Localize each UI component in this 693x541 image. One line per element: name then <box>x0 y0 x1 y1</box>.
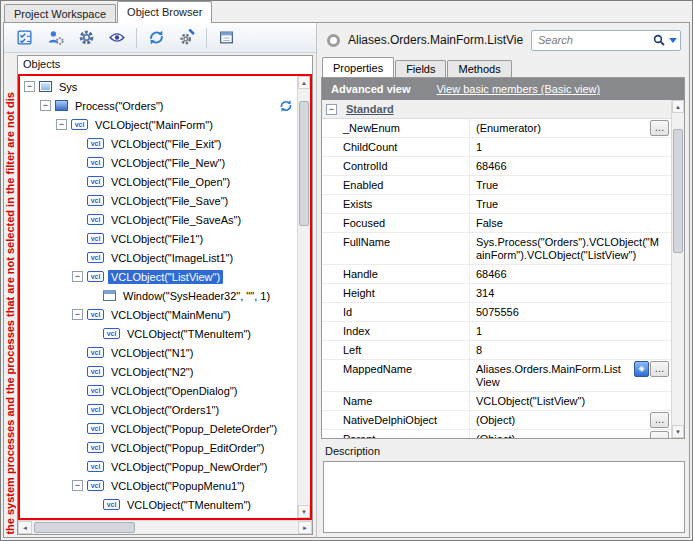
search-icon[interactable] <box>652 33 666 47</box>
tab-methods[interactable]: Methods <box>447 60 511 77</box>
map-button[interactable]: ◈ <box>634 361 649 377</box>
tree-node[interactable]: − vcl VCLObject("File_Save") <box>20 191 297 210</box>
tree-node[interactable]: − vcl VCLObject("MainMenu") <box>20 305 297 324</box>
scroll-up-arrow-icon[interactable]: ▲ <box>298 76 310 89</box>
search-dropdown-icon[interactable] <box>669 38 677 47</box>
tree-node[interactable]: − vcl VCLObject("File_New") <box>20 153 297 172</box>
tab-fields[interactable]: Fields <box>395 60 446 77</box>
expander-icon[interactable]: − <box>72 271 83 282</box>
property-row[interactable]: ChildCount 1 <box>322 138 671 157</box>
property-row[interactable]: Name VCLObject("ListView") <box>322 392 671 411</box>
property-row[interactable]: NativeDelphiObject (Object) … <box>322 411 671 430</box>
add-process-button[interactable] <box>43 26 67 50</box>
sync-icon[interactable] <box>279 99 293 113</box>
node-label[interactable]: VCLObject("File_Open") <box>108 175 233 189</box>
ellipsis-button[interactable]: … <box>650 431 669 438</box>
node-label[interactable]: VCLObject("MainForm") <box>92 118 216 132</box>
group-expander-icon[interactable]: − <box>326 104 337 115</box>
tree-node[interactable]: − vcl VCLObject("N2") <box>20 362 297 381</box>
tree-node[interactable]: − vcl VCLObject("MainForm") <box>20 115 297 134</box>
node-label[interactable]: Sys <box>56 80 80 94</box>
tools-button[interactable] <box>175 26 199 50</box>
property-row[interactable]: MappedName Aliases.Orders.MainForm.ListV… <box>322 360 671 392</box>
property-row[interactable]: Height 314 <box>322 284 671 303</box>
node-label[interactable]: VCLObject("TMenuItem") <box>124 327 254 341</box>
properties-vertical-scrollbar[interactable]: ▲ ▼ <box>671 100 684 438</box>
expander-icon[interactable]: − <box>56 119 67 130</box>
tree-node[interactable]: − Sys <box>20 77 297 96</box>
tree-node[interactable]: − vcl VCLObject("File_Exit") <box>20 134 297 153</box>
node-label[interactable]: VCLObject("Popup_EditOrder") <box>108 441 267 455</box>
node-label[interactable]: VCLObject("TMenuItem") <box>124 498 254 512</box>
property-row[interactable]: Left 8 <box>322 341 671 360</box>
node-label[interactable]: VCLObject("File_Save") <box>108 194 231 208</box>
node-label[interactable]: VCLObject("File_SaveAs") <box>108 213 244 227</box>
scroll-right-arrow-icon[interactable]: ► <box>298 521 312 534</box>
group-row-standard[interactable]: − Standard <box>322 100 671 119</box>
tree-node[interactable]: − vcl VCLObject("Popup_DeleteOrder") <box>20 419 297 438</box>
properties-scroll-thumb[interactable] <box>673 129 683 254</box>
ellipsis-button[interactable]: … <box>650 412 669 428</box>
node-label[interactable]: VCLObject("OpenDialog") <box>108 384 240 398</box>
node-label[interactable]: VCLObject("File1") <box>108 232 206 246</box>
tab-object-browser[interactable]: Object Browser <box>117 1 212 23</box>
node-label[interactable]: VCLObject("N2") <box>108 365 196 379</box>
property-row[interactable]: FullName Sys.Process("Orders").VCLObject… <box>322 233 671 265</box>
tree-node[interactable]: − vcl VCLObject("ListView") <box>20 267 297 286</box>
tree-node[interactable]: − vcl VCLObject("TMenuItem") <box>20 495 297 514</box>
tab-properties[interactable]: Properties <box>322 57 394 77</box>
property-row[interactable]: Id 5075556 <box>322 303 671 322</box>
ellipsis-button[interactable]: … <box>650 120 669 136</box>
tree-node[interactable]: − vcl VCLObject("Orders1") <box>20 400 297 419</box>
scroll-up-arrow-icon[interactable]: ▲ <box>672 100 684 113</box>
tree-node[interactable]: − vcl VCLObject("File1") <box>20 229 297 248</box>
tree-node[interactable]: − vcl VCLObject("Popup_NewOrder") <box>20 457 297 476</box>
node-label[interactable]: VCLObject("Orders1") <box>108 403 222 417</box>
filter-checklist-button[interactable] <box>12 26 36 50</box>
expander-icon[interactable]: − <box>72 309 83 320</box>
node-label[interactable]: VCLObject("File_New") <box>108 156 228 170</box>
tree-scroll-track[interactable] <box>298 89 310 505</box>
property-row[interactable]: Focused False <box>322 214 671 233</box>
tree-node[interactable]: − vcl VCLObject("TMenuItem") <box>20 324 297 343</box>
tree-node[interactable]: − Window("SysHeader32", "", 1) <box>20 286 297 305</box>
ellipsis-button[interactable]: … <box>650 361 669 377</box>
property-row[interactable]: ControlId 68466 <box>322 157 671 176</box>
node-label[interactable]: Process("Orders") <box>72 99 167 113</box>
node-label[interactable]: VCLObject("PopupMenu1") <box>108 479 248 493</box>
properties-scroll-track[interactable] <box>672 113 684 425</box>
tree-node[interactable]: − vcl VCLObject("File_SaveAs") <box>20 210 297 229</box>
tree-horizontal-scrollbar[interactable]: ◄ ► <box>18 520 312 534</box>
expander-icon[interactable]: − <box>72 480 83 491</box>
property-row[interactable]: Handle 68466 <box>322 265 671 284</box>
tree-node[interactable]: − vcl VCLObject("ImageList1") <box>20 248 297 267</box>
tree-vertical-scrollbar[interactable]: ▲ ▼ <box>297 76 310 518</box>
tree-node[interactable]: − Process("Orders") <box>20 96 297 115</box>
view-button[interactable] <box>105 26 129 50</box>
tree-node[interactable]: − vcl VCLObject("OpenDialog") <box>20 381 297 400</box>
tree-hscroll-track[interactable] <box>32 521 298 534</box>
expander-icon[interactable]: − <box>24 81 35 92</box>
tree-node[interactable]: − vcl VCLObject("N1") <box>20 343 297 362</box>
property-row[interactable]: Index 1 <box>322 322 671 341</box>
property-row[interactable]: Parent (Object) … <box>322 430 671 438</box>
tree-hscroll-thumb[interactable] <box>34 522 135 533</box>
node-label[interactable]: VCLObject("N1") <box>108 346 196 360</box>
tree-scroll-thumb[interactable] <box>299 101 309 226</box>
node-label[interactable]: VCLObject("Popup_DeleteOrder") <box>108 422 280 436</box>
node-label[interactable]: VCLObject("MainMenu") <box>108 308 234 322</box>
tab-project-workspace[interactable]: Project Workspace <box>4 4 116 23</box>
node-label[interactable]: Window("SysHeader32", "", 1) <box>120 289 273 303</box>
node-label[interactable]: VCLObject("File_Exit") <box>108 137 225 151</box>
node-label[interactable]: VCLObject("ListView") <box>108 270 223 284</box>
scroll-left-arrow-icon[interactable]: ◄ <box>18 521 32 534</box>
panel-button[interactable] <box>214 26 238 50</box>
settings-button[interactable] <box>74 26 98 50</box>
expander-icon[interactable]: − <box>40 100 51 111</box>
node-label[interactable]: VCLObject("Popup_NewOrder") <box>108 460 270 474</box>
search-input[interactable]: Search <box>531 30 681 51</box>
refresh-button[interactable] <box>144 26 168 50</box>
property-row[interactable]: Enabled True <box>322 176 671 195</box>
tree-node[interactable]: − vcl VCLObject("Popup_EditOrder") <box>20 438 297 457</box>
tree-node[interactable]: − vcl VCLObject("PopupMenu1") <box>20 476 297 495</box>
